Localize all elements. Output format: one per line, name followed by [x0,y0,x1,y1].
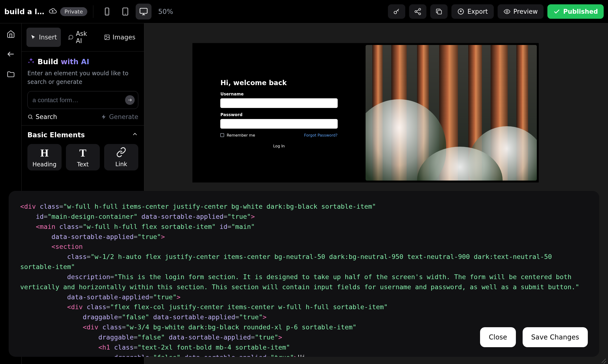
login-section: Hi, welcome back Username Password Remem… [192,43,366,182]
remember-me[interactable]: Remember me [220,133,255,138]
svg-rect-13 [438,10,442,14]
tab-images-label: Images [113,34,135,41]
element-link[interactable]: Link [104,144,138,170]
svg-line-11 [417,10,419,11]
close-button[interactable]: Close [480,327,516,347]
divider [93,5,93,18]
forgot-password-link[interactable]: Forgot Password? [304,133,337,138]
share-button[interactable] [409,4,426,19]
tab-ask-ai-label: Ask AI [76,30,93,44]
sidebar-tabs: Insert Ask AI Images [22,23,144,52]
svg-point-8 [419,8,421,10]
ai-title: Build with AI [27,57,138,66]
export-label: Export [467,8,488,15]
basic-elements-header[interactable]: Basic Elements [27,131,138,139]
desktop-preview-button[interactable] [136,4,152,19]
generate-label: Generate [109,113,138,120]
svg-rect-4 [140,8,147,13]
generate-action[interactable]: Generate [101,113,138,120]
ai-prompt-field[interactable] [27,91,138,109]
login-card: Hi, welcome back Username Password Remem… [213,72,345,154]
home-button[interactable] [6,29,16,39]
hero-image-section [366,43,539,182]
sparkle-icon [27,57,35,66]
checkbox-icon[interactable] [220,133,224,137]
ai-description: Enter an element you would like to searc… [27,69,138,86]
login-title: Hi, welcome back [220,79,337,87]
search-label: Search [36,113,57,120]
svg-point-9 [415,11,417,13]
project-title[interactable]: build a logi… [4,7,45,16]
heading-label: Heading [32,161,56,168]
element-text[interactable]: T Text [66,144,100,170]
tab-insert[interactable]: Insert [26,28,61,47]
tab-ask-ai[interactable]: Ask AI [64,28,97,47]
basic-elements-title: Basic Elements [27,131,85,139]
element-heading[interactable]: H Heading [27,144,62,170]
published-button[interactable]: Published [547,4,604,19]
search-action[interactable]: Search [27,113,57,120]
tablet-preview-button[interactable] [117,4,133,19]
resize-handle-icon[interactable] [600,356,607,363]
zoom-level[interactable]: 50% [158,8,173,16]
ai-prompt-input[interactable] [32,96,133,104]
basic-elements-section: Basic Elements H Heading T Text Link [22,126,144,176]
build-with-ai-section: Build with AI Enter an element you would… [22,52,144,126]
cloud-sync-icon[interactable] [49,7,57,16]
files-button[interactable] [6,69,16,79]
svg-point-18 [106,36,106,37]
heading-glyph: H [40,147,49,159]
tab-insert-label: Insert [39,34,57,41]
password-label: Password [220,112,337,117]
forest-image [366,45,537,181]
password-input[interactable] [220,119,337,129]
preview-button[interactable]: Preview [498,4,543,19]
page-frame[interactable]: Hi, welcome back Username Password Remem… [192,43,539,182]
chevron-up-icon [132,131,138,139]
username-input[interactable] [220,98,337,108]
text-label: Text [77,161,89,168]
export-button[interactable]: Export [451,4,493,19]
link-icon [116,147,127,159]
svg-point-15 [506,11,508,13]
device-preview-group [99,4,152,19]
code-editor-panel: <div class="w-full h-full items-center j… [9,191,599,357]
mobile-preview-button[interactable] [99,4,115,19]
ai-title-accent: with AI [61,57,90,66]
top-bar: build a logi… Private 50% Export [0,0,608,23]
svg-point-20 [28,115,32,118]
privacy-badge[interactable]: Private [60,7,87,16]
preview-label: Preview [514,8,538,15]
tab-images[interactable]: Images [100,28,139,47]
svg-point-7 [394,11,397,14]
copy-button[interactable] [430,4,448,19]
link-label: Link [116,161,127,168]
svg-line-21 [31,118,32,119]
password-button[interactable] [388,4,405,19]
ai-title-prefix: Build [38,57,61,66]
svg-point-10 [419,13,421,15]
login-submit-button[interactable]: Log In [220,144,337,148]
published-label: Published [563,8,598,15]
username-label: Username [220,91,337,96]
text-glyph: T [79,147,86,159]
back-button[interactable] [6,49,16,59]
svg-line-12 [417,12,419,13]
remember-label: Remember me [226,133,255,138]
save-changes-button[interactable]: Save Changes [523,327,588,347]
ai-submit-button[interactable] [125,95,135,105]
